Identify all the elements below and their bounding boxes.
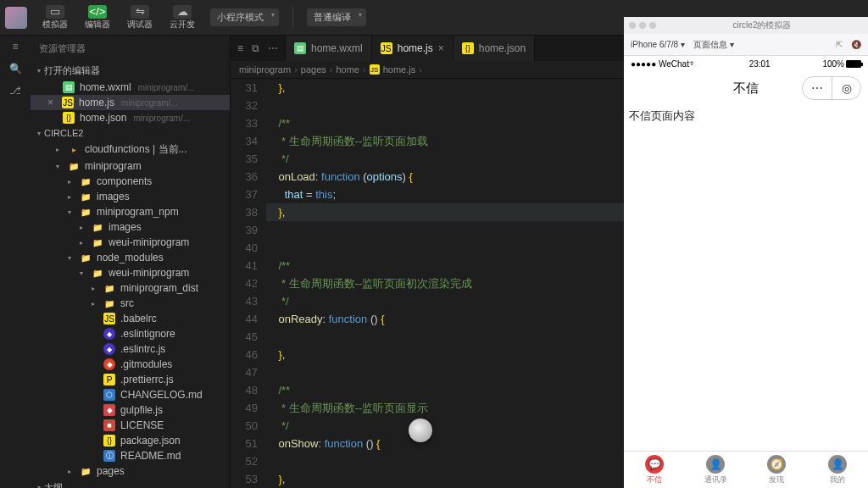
tree-folder[interactable]: ▸📁pages [31,463,230,479]
menu-icon[interactable]: ≡ [12,41,18,53]
tree-file[interactable]: ⬡CHANGELOG.md [31,387,230,402]
list-icon: ≡ [237,42,243,54]
tree-file[interactable]: ◆.eslintignore [31,326,230,341]
tree-file[interactable]: {}package.json [31,433,230,448]
open-file[interactable]: ▤ home.wxmlminiprogram/... [31,80,230,95]
nav-bar: 不信 ⋯◎ [624,71,868,105]
compile-dropdown[interactable]: 普通编译 [307,8,366,26]
debugger-toggle[interactable]: ⇋调试器 [120,3,159,32]
tree-file[interactable]: ◆.eslintrc.js [31,341,230,357]
open-editors-header[interactable]: 打开的编辑器 [31,62,230,80]
tabbar: 💬不信 👤通讯录 🧭发现 👤我的 [624,451,868,488]
line-numbers: 3132333435363738394041424344454647484950… [231,79,266,488]
tree-file[interactable]: ◆.gitmodules [31,357,230,372]
tabbar-item[interactable]: 👤通讯录 [685,452,746,488]
more-icon: ⋯ [268,42,278,54]
cloud-dev-toggle[interactable]: ☁云开发 [163,3,202,32]
tree-folder[interactable]: ▾📁node_modules [31,250,230,265]
status-bar: ●●●●● WeChatᯤ 23:01 100% [624,56,868,71]
tree-folder[interactable]: ▸📁weui-miniprogram [31,235,230,250]
window-controls[interactable] [629,22,656,29]
tab-home-wxml[interactable]: ▤home.wxml [286,36,372,61]
outline-header[interactable]: 大纲 [31,479,230,488]
tab-home-json[interactable]: {}home.json [453,36,535,61]
tree-file[interactable]: P.prettierrc.js [31,372,230,387]
tree-folder[interactable]: ▸📁images [31,189,230,204]
diff-icon: ⧉ [252,42,259,54]
tree-folder[interactable]: ▸📁images [31,219,230,235]
tree-file[interactable]: ⓘREADME.md [31,448,230,463]
tree-folder[interactable]: ▸▸cloudfunctions | 当前... [31,141,230,158]
device-select[interactable]: iPhone 6/7/8 ▾ [631,40,685,49]
pin-icon[interactable]: ⇱ [836,40,843,49]
capsule-menu-icon: ⋯ [803,77,832,99]
close-icon[interactable]: × [438,42,444,54]
tree-file[interactable]: JS.babelrc [31,311,230,326]
nav-title: 不信 [733,80,759,97]
tree-folder[interactable]: ▸📁miniprogram_dist [31,280,230,296]
tree-folder[interactable]: ▾📁miniprogram [31,158,230,174]
project-header[interactable]: CIRCLE2 [31,125,230,141]
tabbar-item[interactable]: 👤我的 [807,452,868,488]
avatar[interactable] [5,7,27,29]
search-icon[interactable]: 🔍 [9,63,22,75]
mode-dropdown[interactable]: 小程序模式 [210,8,279,26]
simulator-controls: iPhone 6/7/8 ▾ 页面信息 ▾ ⇱🔇 [624,34,868,56]
editor-toggle[interactable]: </>编辑器 [78,3,117,32]
close-icon[interactable]: × [47,97,53,108]
tree-file[interactable]: ◆gulpfile.js [31,402,230,418]
tabbar-item[interactable]: 💬不信 [624,452,685,488]
status-time: 23:01 [697,59,823,69]
page-content: 不信页面内容 [624,105,868,127]
capsule[interactable]: ⋯◎ [802,76,861,100]
branch-icon[interactable]: ⎇ [9,85,21,97]
open-file[interactable]: {} home.jsonminiprogram/... [31,110,230,125]
simulator-screen: ●●●●● WeChatᯤ 23:01 100% 不信 ⋯◎ 不信页面内容 💬不… [624,56,868,488]
tree-folder[interactable]: ▸📁components [31,174,230,189]
explorer-title: 资源管理器 [31,36,230,62]
activity-bar: ≡ 🔍 ⎇ [0,36,31,488]
explorer-sidebar: 资源管理器 打开的编辑器 ▤ home.wxmlminiprogram/... … [31,36,231,488]
editor-gutter-buttons[interactable]: ≡⧉⋯ [231,36,286,61]
tree-folder[interactable]: ▾📁miniprogram_npm [31,204,230,219]
tree-folder[interactable]: ▾📁weui-miniprogram [31,265,230,280]
simulator-title: circle2的模拟器 [661,19,863,31]
tab-home-js[interactable]: JShome.js× [372,36,453,61]
capsule-close-icon: ◎ [832,77,860,99]
open-file[interactable]: ×JS home.jsminiprogram/... [31,95,230,110]
tree-folder[interactable]: ▸📁src [31,296,230,311]
tabbar-item[interactable]: 🧭发现 [746,452,807,488]
simulator-window: circle2的模拟器 iPhone 6/7/8 ▾ 页面信息 ▾ ⇱🔇 ●●●… [624,17,868,488]
mute-icon[interactable]: 🔇 [851,40,861,49]
page-info-select[interactable]: 页面信息 ▾ [693,39,734,51]
tree-file[interactable]: ■LICENSE [31,418,230,433]
floating-record-button[interactable] [409,419,432,442]
simulator-toggle[interactable]: ▭模拟器 [36,3,75,32]
